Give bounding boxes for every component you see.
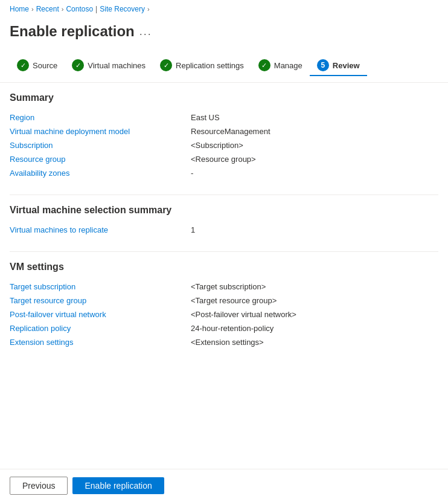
table-row: Post-failover virtual network<Post-failo…	[10, 307, 438, 321]
row-value: ResourceManagement	[191, 124, 438, 138]
breadcrumb: Home › Recent › Contoso | Site Recovery …	[0, 0, 448, 18]
row-value: <Target subscription>	[191, 280, 438, 294]
vm-selection-table: Virtual machines to replicate1	[10, 223, 438, 237]
previous-button[interactable]: Previous	[10, 477, 68, 495]
table-row: Replication policy24-hour-retention-poli…	[10, 321, 438, 335]
step-rep-check-icon: ✓	[160, 59, 172, 71]
vm-selection-section: Virtual machine selection summary Virtua…	[10, 205, 438, 237]
table-row: Extension settings<Extension settings>	[10, 335, 438, 349]
table-row: Availability zones-	[10, 166, 438, 180]
row-value: East US	[191, 111, 438, 124]
vm-settings-section: VM settings Target subscription<Target s…	[10, 262, 438, 349]
main-content: Summary RegionEast USVirtual machine dep…	[0, 92, 448, 349]
step-vm-label: Virtual machines	[88, 61, 146, 70]
step-source-check-icon: ✓	[17, 59, 29, 71]
row-label: Target resource group	[10, 294, 191, 307]
step-manage-check-icon: ✓	[258, 59, 270, 71]
divider-2	[10, 251, 438, 252]
footer: Previous Enable replication	[0, 469, 448, 502]
step-manage[interactable]: ✓ Manage	[251, 56, 310, 76]
steps-bar: ✓ Source ✓ Virtual machines ✓ Replicatio…	[0, 50, 448, 83]
table-row: Target subscription<Target subscription>	[10, 280, 438, 294]
breadcrumb-sep3: ›	[147, 5, 150, 13]
step-review[interactable]: 5 Review	[310, 56, 367, 76]
breadcrumb-site-recovery[interactable]: Site Recovery	[100, 5, 145, 13]
table-row: Target resource group<Target resource gr…	[10, 294, 438, 307]
breadcrumb-recent[interactable]: Recent	[36, 5, 59, 13]
row-label: Subscription	[10, 138, 191, 152]
breadcrumb-sep1: ›	[31, 5, 34, 13]
row-label: Post-failover virtual network	[10, 307, 191, 321]
breadcrumb-home[interactable]: Home	[10, 5, 29, 13]
row-label: Replication policy	[10, 321, 191, 335]
page-title-more-button[interactable]: ...	[139, 25, 152, 38]
breadcrumb-pipe: |	[95, 5, 97, 13]
summary-section: Summary RegionEast USVirtual machine dep…	[10, 92, 438, 180]
table-row: RegionEast US	[10, 111, 438, 124]
row-label: Availability zones	[10, 166, 191, 180]
row-value: <Extension settings>	[191, 335, 438, 349]
table-row: Subscription<Subscription>	[10, 138, 438, 152]
row-value: <Target resource group>	[191, 294, 438, 307]
divider-1	[10, 195, 438, 195]
step-vm-check-icon: ✓	[72, 59, 84, 71]
step-source-label: Source	[33, 61, 57, 70]
step-manage-label: Manage	[274, 61, 302, 70]
summary-table: RegionEast USVirtual machine deployment …	[10, 111, 438, 180]
row-value: <Post-failover virtual network>	[191, 307, 438, 321]
vm-settings-table: Target subscription<Target subscription>…	[10, 280, 438, 349]
page-title: Enable replication	[10, 23, 135, 40]
row-value[interactable]: 24-hour-retention-policy	[191, 321, 438, 335]
row-label: Target subscription	[10, 280, 191, 294]
row-label: Region	[10, 111, 191, 124]
row-label: Extension settings	[10, 335, 191, 349]
row-value: <Subscription>	[191, 138, 438, 152]
row-value: 1	[191, 223, 438, 237]
breadcrumb-sep2: ›	[62, 5, 64, 13]
vm-settings-title: VM settings	[10, 262, 438, 272]
step-rep-label: Replication settings	[176, 61, 244, 70]
breadcrumb-contoso[interactable]: Contoso	[66, 5, 93, 13]
enable-replication-button[interactable]: Enable replication	[72, 477, 164, 494]
step-review-label: Review	[333, 61, 360, 70]
row-label: Virtual machines to replicate	[10, 223, 191, 237]
table-row: Virtual machines to replicate1	[10, 223, 438, 237]
step-review-number-icon: 5	[317, 59, 329, 71]
table-row: Resource group<Resource group>	[10, 152, 438, 166]
row-label: Resource group	[10, 152, 191, 166]
page-title-area: Enable replication ...	[0, 18, 448, 50]
row-label: Virtual machine deployment model	[10, 124, 191, 138]
table-row: Virtual machine deployment modelResource…	[10, 124, 438, 138]
row-value: <Resource group>	[191, 152, 438, 166]
step-replication-settings[interactable]: ✓ Replication settings	[153, 56, 251, 76]
summary-title: Summary	[10, 92, 438, 103]
step-virtual-machines[interactable]: ✓ Virtual machines	[65, 56, 153, 76]
step-source[interactable]: ✓ Source	[10, 56, 65, 76]
vm-selection-title: Virtual machine selection summary	[10, 205, 438, 216]
row-value: -	[191, 166, 438, 180]
